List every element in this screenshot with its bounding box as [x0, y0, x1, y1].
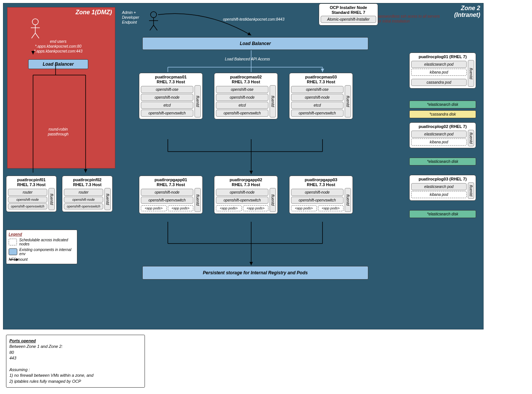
svg-point-0 — [32, 19, 38, 25]
svg-point-1 — [151, 12, 157, 18]
end-users-host2: *.apps.kbankpocnet.com:443 — [24, 49, 92, 54]
inf-2: puatlrocpinf02RHEL 7.3 Host routeropensh… — [62, 176, 113, 212]
legend-dashed-icon — [9, 239, 17, 245]
admin-endpoint-label: Admin + Developer Endpoint — [122, 10, 139, 25]
round-robin-2: passthrough — [41, 132, 75, 137]
lb-caption: Load Balanced API Access — [225, 57, 270, 62]
zone-2-title: Zone 2 (Intranet) — [454, 5, 480, 18]
ssh-note: passwordless ssh acess to all servers fo… — [377, 14, 445, 24]
master-2: puatlrocpmas02RHEL 7.3 Host openshift-os… — [214, 73, 278, 119]
app-3: puatlrorpgapp03RHEL 7.3 Host openshift-n… — [289, 176, 353, 214]
cs-disk: *cassandra disk — [409, 110, 476, 118]
legend: Legend Schedulable across indicated node… — [6, 230, 77, 264]
installer-node: OCP Installer NodeStandard RHEL 7 Atomic… — [319, 3, 378, 26]
log-1: puatlrocplog01 (RHEL 7) elasticsearch po… — [409, 53, 476, 89]
end-users-host1: *.apps.kbankpocnet.com:80 — [24, 44, 92, 49]
master-1: puatlrocpmas01RHEL 7.3 Host openshift-os… — [139, 73, 203, 119]
es-disk-2: *elasticsearch disk — [409, 158, 476, 165]
api-url: openshift-testkbankpocnet.com:8443 — [223, 17, 284, 22]
round-robin-1: round-robin — [41, 127, 75, 132]
zone-2-intranet: Zone 2 (Intranet) passwordless ssh acess… — [3, 3, 484, 329]
persistent-storage: Persistent storage for Internal Registry… — [142, 266, 368, 280]
app-1: puatlrorpgapp01RHEL 7.3 Host openshift-n… — [139, 176, 203, 214]
legend-title: Legend — [9, 232, 75, 236]
zone-1-title: Zone 1(DMZ) — [75, 9, 112, 16]
installer-pod: Atomic-openshift-Installer — [321, 16, 376, 23]
zone2-load-balancer: Load Balancer — [142, 37, 368, 50]
log-2: puatlrocplog02 (RHEL 7) elasticsearch po… — [409, 122, 476, 148]
inf-1: puatlrocpinf01RHEL 7.3 Host routeropensh… — [6, 176, 57, 212]
es-disk-1: *elasticsearch disk — [409, 101, 476, 108]
es-disk-3: *elasticsearch disk — [409, 210, 476, 218]
zone-1-dmz: Zone 1(DMZ) end users *.apps.kbankpocnet… — [7, 7, 115, 168]
legend-existing-icon — [9, 248, 17, 255]
master-3: puatlrocpmas03RHEL 7.3 Host openshift-os… — [289, 73, 353, 119]
log-3: puatlrocplog03 (RHEL 7) elasticsearch po… — [409, 175, 476, 201]
end-users-label: end users — [24, 39, 92, 44]
zone1-load-balancer: Load Balancer — [28, 59, 88, 69]
ports-title: Ports opened — [9, 338, 142, 344]
app-2: puatlrorpgapp02RHEL 7.3 Host openshift-n… — [214, 176, 278, 214]
ports-box: Ports opened Between Zone 1 and Zone 2: … — [6, 335, 145, 388]
